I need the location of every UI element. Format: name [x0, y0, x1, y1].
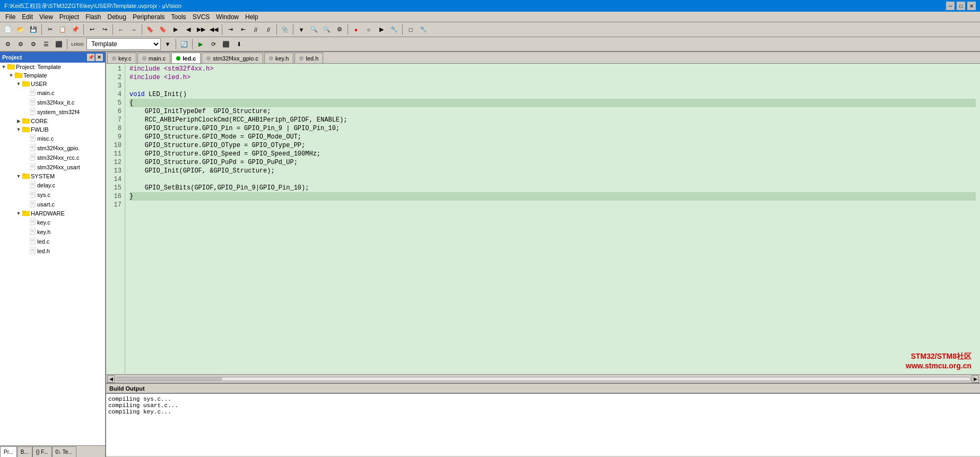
target-select[interactable]: Template — [86, 38, 161, 50]
hscroll-left[interactable]: ◀ — [107, 375, 115, 383]
tree-item-system-stm32f4[interactable]: system_stm32f4 — [0, 107, 105, 117]
fwd-btn[interactable]: → — [128, 24, 140, 36]
tb2-btn4[interactable]: ☰ — [40, 38, 52, 50]
tb-btn12[interactable]: 🔧 — [388, 24, 400, 36]
tree-item-stm32f4xx-gpio[interactable]: stm32f4xx_gpio. — [0, 143, 105, 153]
code-line-3[interactable] — [129, 82, 976, 90]
tb2-btn3[interactable]: ⚙ — [28, 38, 39, 50]
tree-item-led-c[interactable]: led.c — [0, 237, 105, 246]
hscroll-track[interactable] — [116, 377, 970, 381]
translate-btn[interactable]: 🔄 — [178, 38, 190, 50]
tree-item-led-h[interactable]: led.h — [0, 246, 105, 256]
menu-flash[interactable]: Flash — [82, 12, 104, 22]
menu-project[interactable]: Project — [56, 12, 82, 22]
code-line-8[interactable]: GPIO_Structure.GPIO_Pin = GPIO_Pin_9 | G… — [129, 124, 976, 133]
tab-led-c[interactable]: led.c — [171, 53, 201, 63]
code-line-15[interactable]: GPIO_SetBits(GPIOF,GPIO_Pin_9|GPIO_Pin_1… — [129, 184, 976, 192]
bookmark-btn[interactable]: 🔖 — [144, 24, 156, 36]
tree-item-template-folder[interactable]: ▼Template — [0, 71, 105, 80]
code-line-2[interactable]: #include <led.h> — [129, 73, 976, 82]
tb-btn5[interactable]: ▶ — [170, 24, 181, 36]
tab-key-h[interactable]: key.h — [264, 53, 293, 63]
tree-item-key-c[interactable]: key.c — [0, 218, 105, 227]
tree-item-sys-c[interactable]: sys.c — [0, 190, 105, 200]
record-btn[interactable]: ● — [350, 24, 362, 36]
code-content[interactable]: #include <stm32f4xx.h>#include <led.h>vo… — [125, 64, 980, 374]
code-line-17[interactable] — [129, 201, 976, 209]
tree-item-core-folder[interactable]: ▶CORE — [0, 117, 105, 125]
dropdown-target[interactable]: ▼ — [162, 38, 174, 50]
code-line-4[interactable]: void LED_Init() — [129, 90, 976, 99]
code-line-9[interactable]: GPIO_Structure.GPIO_Mode = GPIO_Mode_OUT… — [129, 133, 976, 141]
build-output[interactable]: compiling sys.c...compiling usart.c...co… — [106, 393, 980, 456]
tree-item-usart-c[interactable]: usart.c — [0, 200, 105, 209]
code-line-13[interactable]: GPIO_Init(GPIOF, &GPIO_Structure); — [129, 167, 976, 175]
cut-btn[interactable]: ✂ — [44, 24, 56, 36]
comment-btn[interactable]: // — [250, 24, 262, 36]
play-btn[interactable]: ▶ — [376, 24, 387, 36]
menu-window[interactable]: Window — [213, 12, 242, 22]
tree-toggle-system-folder[interactable]: ▼ — [15, 174, 22, 179]
code-line-12[interactable]: GPIO_Structure.GPIO_PuPd = GPIO_PuPd_UP; — [129, 158, 976, 167]
menu-tools[interactable]: Tools — [168, 12, 189, 22]
code-line-16[interactable]: } — [129, 192, 976, 201]
editor-area[interactable]: 1234567891011121314151617 #include <stm3… — [106, 64, 980, 374]
unindent-btn[interactable]: ⇤ — [237, 24, 249, 36]
tab-led-h[interactable]: led.h — [294, 53, 323, 63]
tb-btn9[interactable]: 🔍 — [308, 24, 320, 36]
tree-item-stm32f4xx-usart[interactable]: stm32f4xx_usart — [0, 162, 105, 172]
code-line-5[interactable]: { — [129, 99, 976, 107]
sidebar-tab-templates[interactable]: 0↓ Te... — [52, 446, 76, 457]
sidebar-tab-books[interactable]: B... — [17, 446, 32, 457]
tab-key-c[interactable]: key.c — [107, 53, 136, 63]
tree-item-key-h[interactable]: key.h — [0, 227, 105, 237]
tree-item-misc-c[interactable]: misc.c — [0, 134, 105, 143]
code-line-6[interactable]: GPIO_InitTypeDef GPIO_Structure; — [129, 107, 976, 116]
rebuild-btn[interactable]: ⟳ — [207, 38, 219, 50]
menu-svcs[interactable]: SVCS — [189, 12, 213, 22]
menu-edit[interactable]: Edit — [19, 12, 36, 22]
minimize-button[interactable]: ─ — [946, 2, 955, 10]
tree-toggle-user-folder[interactable]: ▼ — [15, 81, 22, 87]
back-btn[interactable]: ← — [115, 24, 127, 36]
stop-btn[interactable]: ○ — [363, 24, 375, 36]
tab-main-c[interactable]: main.c — [137, 53, 170, 63]
tree-toggle-template-folder[interactable]: ▼ — [7, 73, 15, 78]
menu-view[interactable]: View — [36, 12, 56, 22]
tree-toggle-core-folder[interactable]: ▶ — [15, 118, 22, 124]
tree-item-stm32f4xx-it-c[interactable]: stm32f4xx_it.c — [0, 98, 105, 107]
tree-item-system-folder[interactable]: ▼SYSTEM — [0, 172, 105, 180]
sidebar-tab-project[interactable]: Pr... — [0, 446, 17, 457]
code-line-14[interactable] — [129, 175, 976, 184]
build-btn[interactable]: ▶ — [195, 38, 206, 50]
paste-btn[interactable]: 📌 — [70, 24, 81, 36]
code-line-7[interactable]: RCC_AHB1PeriphClockCmd(RCC_AHB1Periph_GP… — [129, 116, 976, 124]
code-line-11[interactable]: GPIO_Structure.GPIO_Speed = GPIO_Speed_1… — [129, 150, 976, 158]
settings-btn[interactable]: 🔧 — [418, 24, 429, 36]
tb-btn11[interactable]: ⚙ — [334, 24, 345, 36]
tree-item-delay-c[interactable]: delay.c — [0, 180, 105, 190]
tree-item-fwlib-folder[interactable]: ▼FWLIB — [0, 125, 105, 134]
tree-toggle-fwlib-folder[interactable]: ▼ — [15, 127, 22, 132]
save-btn[interactable]: 💾 — [28, 24, 39, 36]
stop-build-btn[interactable]: ⬛ — [220, 38, 232, 50]
sidebar-pin-btn[interactable]: 📌 — [87, 54, 94, 61]
copy-btn[interactable]: 📋 — [57, 24, 68, 36]
new-btn[interactable]: 📄 — [2, 24, 14, 36]
view-btn[interactable]: □ — [405, 24, 417, 36]
tb2-btn1[interactable]: ⚙ — [2, 38, 14, 50]
tb-btn7[interactable]: ▶▶ — [195, 24, 207, 36]
tab-stm32f4xx_gpio-c[interactable]: stm32f4xx_gpio.c — [202, 53, 263, 63]
open-btn[interactable]: 📂 — [15, 24, 27, 36]
undo-btn[interactable]: ↩ — [86, 24, 98, 36]
tree-toggle-hardware-folder[interactable]: ▼ — [15, 211, 22, 216]
tb2-btn2[interactable]: ⚙ — [15, 38, 27, 50]
tree-item-hardware-folder[interactable]: ▼HARDWARE — [0, 209, 105, 218]
sidebar-tab-functions[interactable]: {} F... — [32, 446, 52, 457]
tb2-btn5[interactable]: ⬛ — [53, 38, 65, 50]
tree-item-user-folder[interactable]: ▼USER — [0, 80, 105, 88]
menu-file[interactable]: File — [2, 12, 19, 22]
indent-btn[interactable]: ⇥ — [224, 24, 236, 36]
tree-item-main-c[interactable]: main.c — [0, 88, 105, 98]
tree-item-project-root[interactable]: ▼Project: Template — [0, 63, 105, 71]
